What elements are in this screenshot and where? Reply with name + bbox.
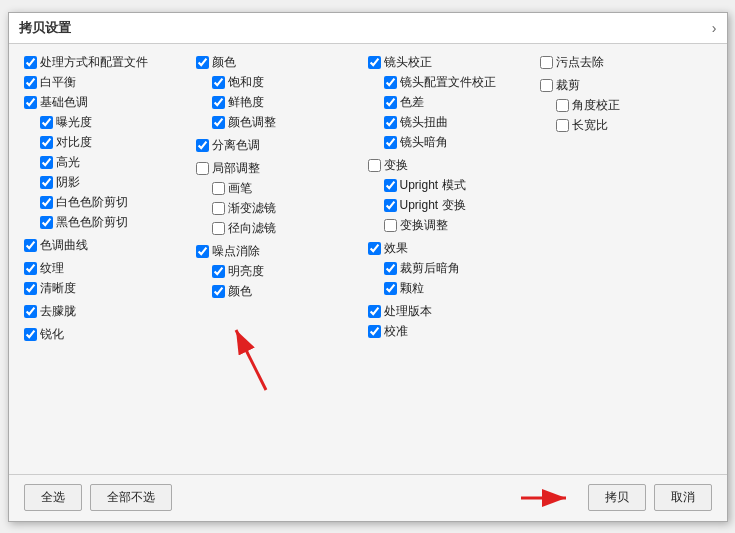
preview-button[interactable]: 拷贝: [588, 484, 646, 511]
list-item: 污点去除: [540, 54, 704, 71]
checkbox-阴影[interactable]: [40, 176, 53, 189]
list-item: 颜色调整: [196, 114, 360, 131]
footer-left-buttons: 全选 全部不选: [24, 484, 172, 511]
checkbox-色调曲线[interactable]: [24, 239, 37, 252]
list-item: 纹理: [24, 260, 188, 277]
checkbox-曝光度[interactable]: [40, 116, 53, 129]
checkbox-白平衡[interactable]: [24, 76, 37, 89]
checkbox-角度校正[interactable]: [556, 99, 569, 112]
list-item: 镜头配置文件校正: [368, 74, 532, 91]
checkbox-镜头校正[interactable]: [368, 56, 381, 69]
select-all-button[interactable]: 全选: [24, 484, 82, 511]
cancel-button[interactable]: 取消: [654, 484, 712, 511]
checkbox-黑色色阶[interactable]: [40, 216, 53, 229]
checkbox-upright-mode[interactable]: [384, 179, 397, 192]
checkbox-去朦胧[interactable]: [24, 305, 37, 318]
content-area: 处理方式和配置文件 白平衡 基础色调 曝光度: [9, 44, 727, 474]
list-item: 局部调整: [196, 160, 360, 177]
checkbox-裁剪[interactable]: [540, 79, 553, 92]
footer: 全选 全部不选 拷贝 取消: [9, 474, 727, 521]
column-3: 镜头校正 镜头配置文件校正 色差 镜头扭曲: [368, 54, 540, 464]
checkbox-对比度[interactable]: [40, 136, 53, 149]
list-item: 阴影: [24, 174, 188, 191]
checkbox-色差[interactable]: [384, 96, 397, 109]
checkbox-锐化[interactable]: [24, 328, 37, 341]
checkbox-局部调整[interactable]: [196, 162, 209, 175]
list-item: 分离色调: [196, 137, 360, 154]
checkbox-变换调整[interactable]: [384, 219, 397, 232]
list-item: 清晰度: [24, 280, 188, 297]
list-item: 明亮度: [196, 263, 360, 280]
checkbox-颜色[interactable]: [196, 56, 209, 69]
column-4: 污点去除 裁剪 角度校正 长宽比: [540, 54, 712, 464]
checkbox-高光[interactable]: [40, 156, 53, 169]
checkbox-镜头配置文件[interactable]: [384, 76, 397, 89]
checkbox-渐变滤镜[interactable]: [212, 202, 225, 215]
deselect-all-button[interactable]: 全部不选: [90, 484, 172, 511]
checkbox-校准[interactable]: [368, 325, 381, 338]
checkbox-效果[interactable]: [368, 242, 381, 255]
list-item: 处理方式和配置文件: [24, 54, 188, 71]
list-item: 基础色调: [24, 94, 188, 111]
checkbox-径向滤镜[interactable]: [212, 222, 225, 235]
list-item: 镜头扭曲: [368, 114, 532, 131]
col2-section: 颜色 饱和度 鲜艳度 颜色调整: [196, 54, 360, 300]
checkbox-镜头暗角[interactable]: [384, 136, 397, 149]
list-item: 去朦胧: [24, 303, 188, 320]
checkbox-长宽比[interactable]: [556, 119, 569, 132]
checkbox-鲜艳度[interactable]: [212, 96, 225, 109]
checkbox-纹理[interactable]: [24, 262, 37, 275]
checkbox-处理方式[interactable]: [24, 56, 37, 69]
checkbox-饱和度[interactable]: [212, 76, 225, 89]
list-item: 高光: [24, 154, 188, 171]
checkbox-处理版本[interactable]: [368, 305, 381, 318]
red-arrow-1: [216, 310, 296, 400]
checkbox-明亮度[interactable]: [212, 265, 225, 278]
list-item: 变换调整: [368, 217, 532, 234]
list-item: 饱和度: [196, 74, 360, 91]
list-item: 画笔: [196, 180, 360, 197]
checkbox-颗粒[interactable]: [384, 282, 397, 295]
col4-section: 污点去除 裁剪 角度校正 长宽比: [540, 54, 704, 134]
checkbox-镜头扭曲[interactable]: [384, 116, 397, 129]
list-item: 颗粒: [368, 280, 532, 297]
checkbox-颜色调整[interactable]: [212, 116, 225, 129]
checkbox-清晰度[interactable]: [24, 282, 37, 295]
column-2: 颜色 饱和度 鲜艳度 颜色调整: [196, 54, 368, 464]
col3-section: 镜头校正 镜头配置文件校正 色差 镜头扭曲: [368, 54, 532, 340]
list-item: 锐化: [24, 326, 188, 343]
list-item: 鲜艳度: [196, 94, 360, 111]
list-item: 镜头校正: [368, 54, 532, 71]
checkbox-画笔[interactable]: [212, 182, 225, 195]
list-item: 长宽比: [540, 117, 704, 134]
checkbox-白色色阶[interactable]: [40, 196, 53, 209]
window-title: 拷贝设置: [19, 19, 71, 37]
list-item: 裁剪: [540, 77, 704, 94]
column-1: 处理方式和配置文件 白平衡 基础色调 曝光度: [24, 54, 196, 464]
checkbox-分离色调[interactable]: [196, 139, 209, 152]
list-item: 颜色: [196, 54, 360, 71]
list-item: 镜头暗角: [368, 134, 532, 151]
checkbox-裁剪后暗角[interactable]: [384, 262, 397, 275]
red-arrow-2: [516, 483, 576, 513]
list-item: 色差: [368, 94, 532, 111]
list-item: 效果: [368, 240, 532, 257]
checkbox-噪点消除[interactable]: [196, 245, 209, 258]
checkbox-颜色2[interactable]: [212, 285, 225, 298]
list-item: 裁剪后暗角: [368, 260, 532, 277]
list-item: 渐变滤镜: [196, 200, 360, 217]
list-item: 颜色: [196, 283, 360, 300]
expand-icon[interactable]: ›: [712, 20, 717, 36]
list-item: 曝光度: [24, 114, 188, 131]
list-item: 角度校正: [540, 97, 704, 114]
list-item: 噪点消除: [196, 243, 360, 260]
checkbox-基础色调[interactable]: [24, 96, 37, 109]
list-item: 处理版本: [368, 303, 532, 320]
list-item: 径向滤镜: [196, 220, 360, 237]
checkbox-upright-transform[interactable]: [384, 199, 397, 212]
footer-right-buttons: 拷贝 取消: [516, 483, 712, 513]
checkbox-污点去除[interactable]: [540, 56, 553, 69]
title-bar: 拷贝设置 ›: [9, 13, 727, 44]
checkbox-变换[interactable]: [368, 159, 381, 172]
list-item: 变换: [368, 157, 532, 174]
